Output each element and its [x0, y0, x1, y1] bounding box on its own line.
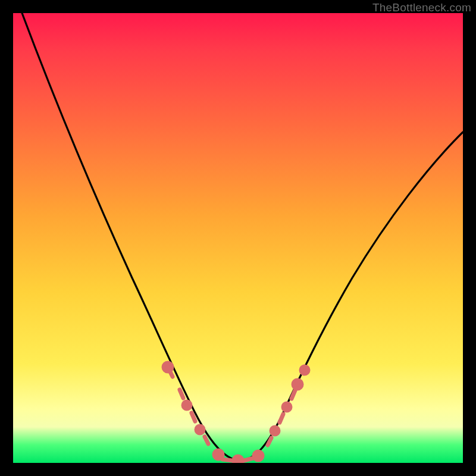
svg-point-17	[293, 380, 302, 389]
svg-point-18	[301, 367, 308, 374]
svg-line-12	[268, 438, 271, 445]
svg-line-14	[280, 414, 283, 422]
svg-line-0	[169, 369, 173, 377]
svg-line-2	[180, 390, 183, 398]
svg-point-7	[214, 450, 223, 459]
svg-point-9	[234, 456, 242, 463]
svg-point-1	[164, 363, 172, 371]
svg-line-8	[223, 459, 232, 461]
svg-point-15	[283, 403, 290, 411]
chart-curve-layer	[13, 13, 463, 463]
svg-line-6	[205, 437, 208, 444]
svg-line-10	[244, 458, 253, 461]
svg-point-13	[271, 427, 278, 434]
svg-point-3	[183, 402, 190, 409]
chart-plot-area	[13, 13, 463, 463]
svg-line-4	[192, 413, 195, 421]
svg-point-11	[254, 452, 262, 460]
chart-frame: TheBottleneck.com	[0, 0, 476, 476]
watermark-text: TheBottleneck.com	[372, 1, 471, 14]
svg-point-5	[196, 426, 203, 433]
chart-marker-cluster	[164, 363, 308, 463]
chart-curve	[22, 13, 463, 461]
svg-line-16	[292, 390, 295, 399]
